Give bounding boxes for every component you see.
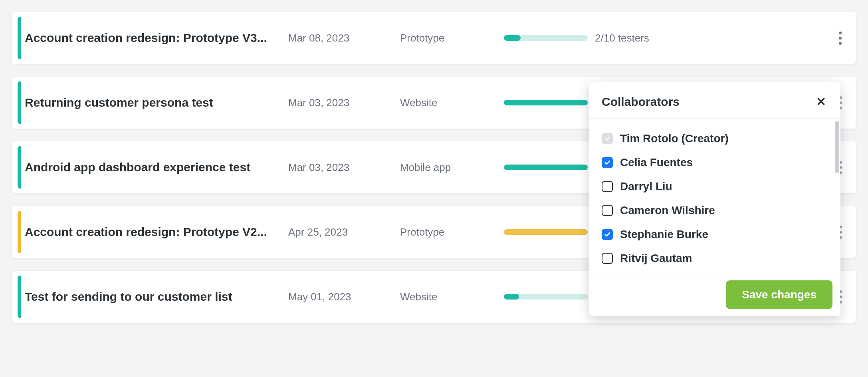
collaborator-row[interactable]: Stephanie Burke [600, 222, 829, 246]
progress-fill [504, 100, 588, 105]
progress-text: 2/10 testers [595, 32, 649, 44]
test-title: Android app dashboard experience test [25, 161, 288, 174]
collaborator-row[interactable]: Tim Rotolo (Creator) [600, 127, 829, 151]
test-date: Mar 03, 2023 [288, 161, 400, 174]
save-changes-button[interactable]: Save changes [726, 280, 832, 309]
progress-fill [504, 229, 588, 235]
test-title: Account creation redesign: Prototype V2.… [25, 225, 288, 239]
collaborator-name: Ritvij Gautam [620, 252, 692, 265]
progress-fill [504, 165, 588, 170]
test-title: Test for sending to our customer list [25, 290, 288, 304]
collaborator-name: Celia Fuentes [620, 156, 693, 169]
progress-cell: 2/10 testers [504, 32, 664, 44]
progress-fill [504, 35, 521, 41]
popover-title: Collaborators [602, 95, 680, 109]
progress-bar [504, 294, 588, 300]
collaborator-name: Cameron Wilshire [620, 204, 715, 217]
test-date: May 01, 2023 [288, 291, 400, 303]
collaborator-row[interactable]: Ritvij Gautam [600, 246, 829, 270]
collaborator-name: Darryl Liu [620, 180, 672, 193]
test-type: Mobile app [400, 161, 504, 174]
more-menu-button[interactable] [832, 26, 848, 50]
scrollbar-thumb[interactable] [835, 121, 839, 173]
collaborators-popover: Collaborators ✕ Tim Rotolo (Creator) Cel… [589, 82, 840, 316]
checkbox-checked-icon[interactable] [602, 229, 613, 240]
progress-bar [504, 165, 588, 170]
status-accent [18, 146, 21, 188]
test-type: Prototype [400, 226, 504, 238]
status-accent [18, 81, 21, 124]
collaborator-row[interactable]: Celia Fuentes [600, 151, 829, 175]
checkbox-checked-icon[interactable] [602, 157, 613, 168]
status-accent [18, 211, 21, 253]
progress-bar [504, 35, 588, 41]
test-card[interactable]: Account creation redesign: Prototype V3.… [12, 12, 856, 64]
test-date: Mar 03, 2023 [288, 97, 400, 109]
collaborator-name: Tim Rotolo (Creator) [620, 132, 729, 145]
test-type: Website [400, 97, 504, 109]
test-title: Returning customer persona test [25, 96, 288, 109]
test-list: Account creation redesign: Prototype V3.… [12, 12, 856, 323]
test-type: Website [400, 291, 504, 303]
test-title: Account creation redesign: Prototype V3.… [25, 31, 288, 45]
checkbox-unchecked-icon[interactable] [602, 253, 613, 264]
popover-footer: Save changes [589, 274, 840, 316]
status-accent [18, 276, 21, 318]
test-date: Apr 25, 2023 [288, 226, 400, 238]
status-accent [18, 17, 21, 59]
progress-bar [504, 100, 588, 105]
checkbox-unchecked-icon[interactable] [602, 205, 613, 216]
checkbox-unchecked-icon[interactable] [602, 181, 613, 192]
test-date: Mar 08, 2023 [288, 32, 400, 44]
progress-bar [504, 229, 588, 235]
collaborator-name: Stephanie Burke [620, 228, 708, 241]
close-icon[interactable]: ✕ [814, 93, 828, 110]
test-type: Prototype [400, 32, 504, 44]
progress-fill [504, 294, 519, 300]
popover-body: Tim Rotolo (Creator) Celia Fuentes Darry… [589, 119, 840, 274]
collaborator-row[interactable]: Cameron Wilshire [600, 198, 829, 222]
checkbox-checked-disabled-icon [602, 133, 613, 144]
popover-header: Collaborators ✕ [589, 82, 840, 119]
collaborator-row[interactable]: Darryl Liu [600, 175, 829, 198]
